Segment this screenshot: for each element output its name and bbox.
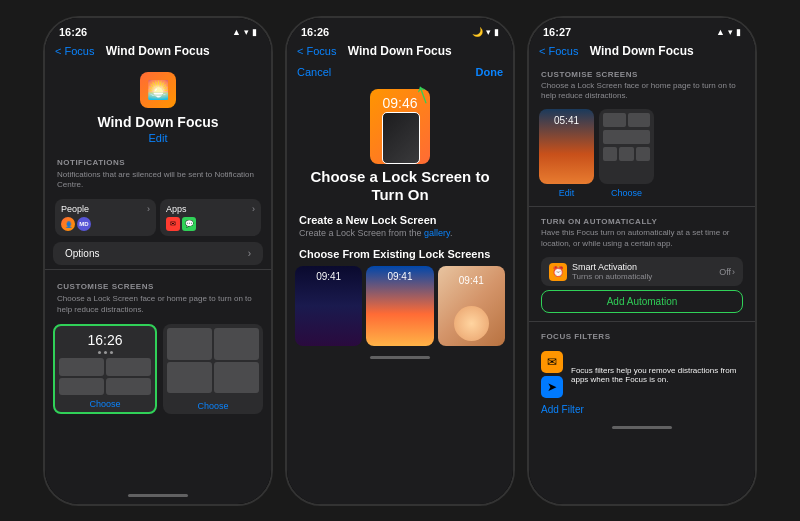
lockscreen-thumb-selected[interactable]: 16:26 Choose	[53, 324, 157, 414]
edit-link[interactable]: Edit	[149, 132, 168, 144]
status-icons-3: ▲ ▾ ▮	[716, 27, 741, 37]
people-card-title: People ›	[61, 204, 150, 214]
smart-subtitle: Turns on automatically	[572, 272, 652, 281]
phone-3: 16:27 ▲ ▾ ▮ < Focus Wind Down Focus CUST…	[527, 16, 757, 506]
status-bar-2: 16:26 🌙 ▾ ▮	[287, 18, 513, 42]
p3-choose-action: Choose	[599, 188, 654, 198]
dot-3	[110, 351, 113, 354]
p3-screen-thumb-1[interactable]: 05:41	[539, 109, 594, 184]
signal-icon: ▲	[232, 27, 241, 37]
p3-screen-thumb-2[interactable]	[599, 109, 654, 184]
back-button-1[interactable]: < Focus	[55, 45, 94, 57]
home-indicator-3	[529, 419, 755, 435]
home-bar-3	[612, 426, 672, 429]
p3-w3	[603, 130, 650, 144]
p3-auto-desc: Have this Focus turn on automatically at…	[529, 228, 755, 253]
smart-icon: ⏰	[549, 263, 567, 281]
widget-7	[167, 362, 212, 394]
lockscreen-time: 16:26	[55, 326, 155, 348]
people-chevron: ›	[147, 204, 150, 214]
widget-1	[59, 358, 104, 376]
choose-label-selected[interactable]: Choose	[55, 395, 155, 412]
nav-bar-3: < Focus Wind Down Focus	[529, 42, 755, 64]
apps-card[interactable]: Apps › ✉ 💬	[160, 199, 261, 236]
status-bar-1: 16:26 ▲ ▾ ▮	[45, 18, 271, 42]
mail-icon: ✉	[166, 217, 180, 231]
filter-text-block: Focus filters help you remove distractio…	[571, 366, 743, 384]
battery-icon-3: ▮	[736, 27, 741, 37]
dot-2	[104, 351, 107, 354]
status-time-2: 16:26	[301, 26, 329, 38]
add-automation-button[interactable]: Add Automation	[541, 290, 743, 313]
focus-title: Wind Down Focus	[97, 114, 218, 130]
apps-card-title: Apps ›	[166, 204, 255, 214]
existing-thumb-1[interactable]: 09:41	[295, 266, 362, 346]
back-button-3[interactable]: < Focus	[539, 45, 578, 57]
nav-title-1: Wind Down Focus	[106, 44, 210, 58]
smart-activation-row[interactable]: ⏰ Smart Activation Turns on automaticall…	[541, 257, 743, 286]
filter-icons-row: ✉ ➤ Focus filters help you remove distra…	[541, 347, 743, 402]
p3-edit-label[interactable]: Edit	[539, 188, 594, 198]
ls-widgets-2	[163, 324, 263, 397]
widget-5	[167, 328, 212, 360]
back-button-2[interactable]: < Focus	[297, 45, 336, 57]
options-row[interactable]: Options ›	[53, 242, 263, 265]
existing-thumb-3[interactable]: 09:41	[438, 266, 505, 346]
p3-w2	[628, 113, 651, 127]
smart-left: ⏰ Smart Activation Turns on automaticall…	[549, 262, 652, 281]
choose-heading: Choose a Lock Screen to Turn On	[287, 168, 513, 204]
existing-thumb-2[interactable]: 09:41	[366, 266, 433, 346]
p3-screens-row: 05:41	[529, 105, 755, 188]
notifications-desc: Notifications that are silenced will be …	[45, 170, 271, 196]
home-bar-1	[128, 494, 188, 497]
p3-choose-label[interactable]: Choose	[599, 188, 654, 198]
divider-1	[45, 269, 271, 270]
status-bar-3: 16:27 ▲ ▾ ▮	[529, 18, 755, 42]
status-icons-2: 🌙 ▾ ▮	[472, 27, 499, 37]
lockscreen-thumb-2[interactable]: Choose	[163, 324, 263, 414]
widget-3	[59, 378, 104, 396]
people-card[interactable]: People › 👤 MD	[55, 199, 156, 236]
phone-1: 16:26 ▲ ▾ ▮ < Focus Wind Down Focus 🌅 Wi…	[43, 16, 273, 506]
filter-icon-nav: ➤	[541, 376, 563, 398]
phone-2: 16:26 🌙 ▾ ▮ < Focus Wind Down Focus Canc…	[285, 16, 515, 506]
divider-3	[529, 206, 755, 207]
customise-header: CUSTOMISE SCREENS	[45, 274, 271, 294]
existing-time-2: 09:41	[366, 266, 433, 282]
dot-1	[98, 351, 101, 354]
phone3-screen: 16:27 ▲ ▾ ▮ < Focus Wind Down Focus CUST…	[529, 18, 755, 504]
p3-filters-section: ✉ ➤ Focus filters help you remove distra…	[529, 343, 755, 419]
wifi-icon-2: ▾	[486, 27, 491, 37]
widget-6	[214, 328, 259, 360]
p3-widget-row-3	[603, 147, 650, 161]
smart-off-value: Off ›	[719, 267, 735, 277]
choose-label-2[interactable]: Choose	[163, 397, 263, 414]
filter-icon-stack: ✉ ➤	[541, 351, 563, 398]
app-icons: ✉ 💬	[166, 217, 255, 231]
divider-4	[529, 321, 755, 322]
p3-widget-row-2	[603, 130, 650, 144]
notifications-header: NOTIFICATIONS	[45, 150, 271, 170]
cancel-button[interactable]: Cancel	[297, 66, 331, 78]
gallery-link[interactable]: gallery	[424, 228, 450, 238]
p3-customise-desc: Choose a Lock Screen face or home page t…	[529, 81, 755, 106]
ls-widgets	[59, 358, 151, 395]
wifi-icon-3: ▾	[728, 27, 733, 37]
add-filter-button[interactable]: Add Filter	[541, 402, 743, 415]
smart-title: Smart Activation	[572, 262, 652, 272]
nav-bar-2: < Focus Wind Down Focus	[287, 42, 513, 64]
p3-filters-header: FOCUS FILTERS	[529, 326, 755, 343]
widget-2	[106, 358, 151, 376]
home-indicator-2	[287, 350, 513, 366]
filter-main-text: Focus filters help you remove distractio…	[571, 366, 743, 384]
battery-icon: ▮	[252, 27, 257, 37]
p3-edit-action: Edit	[539, 188, 594, 198]
photo-bg: 09:41	[438, 266, 505, 346]
existing-row: 09:41 09:41 09:41	[287, 262, 513, 350]
p3-w6	[636, 147, 650, 161]
phone1-screen: 16:26 ▲ ▾ ▮ < Focus Wind Down Focus 🌅 Wi…	[45, 18, 271, 504]
options-chevron: ›	[248, 248, 251, 259]
ls-preview-overlay	[382, 112, 420, 164]
p3-customise-header: CUSTOMISE SCREENS	[529, 64, 755, 81]
done-button[interactable]: Done	[476, 66, 504, 78]
